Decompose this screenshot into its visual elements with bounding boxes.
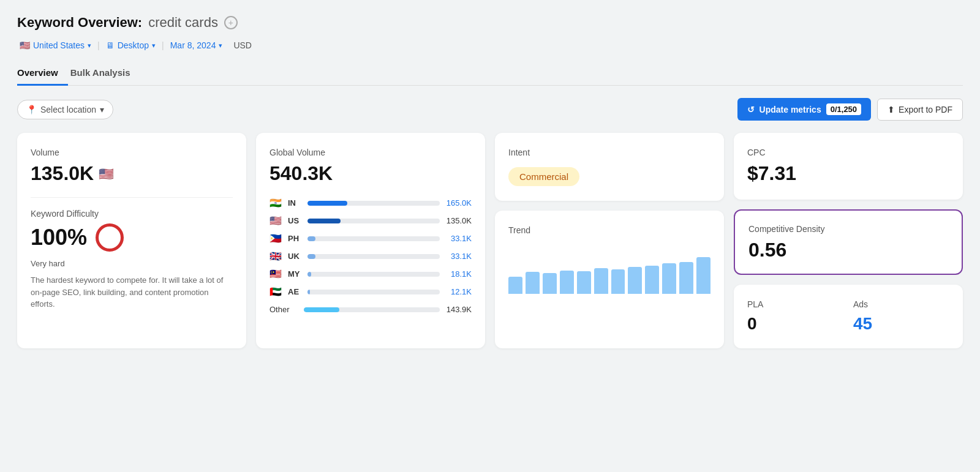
- refresh-icon: ↺: [747, 105, 755, 114]
- country-code-my: MY: [288, 269, 303, 279]
- trend-bar-10: [662, 263, 676, 294]
- us-flag-icon: 🇺🇸: [99, 167, 114, 181]
- bar-track-my: [307, 272, 440, 277]
- kd-value: 100%: [31, 225, 87, 250]
- kd-section: Keyword Difficulty 100% Very hard The ha…: [31, 209, 233, 310]
- trend-bar-6: [594, 268, 608, 294]
- country-row-ae: 🇦🇪 AE 12.1K: [270, 286, 472, 298]
- device-label: Desktop: [118, 40, 149, 50]
- export-label: Export to PDF: [899, 105, 952, 114]
- ads-label: Ads: [853, 299, 949, 309]
- page-title-keyword: credit cards: [148, 15, 218, 31]
- pla-ads-row: PLA 0 Ads 45: [747, 299, 949, 334]
- volume-value: 135.0K 🇺🇸: [31, 162, 233, 185]
- other-label: Other: [270, 305, 299, 314]
- bar-track-other: [304, 307, 440, 312]
- chevron-down-icon: ▾: [88, 42, 91, 50]
- date-filter[interactable]: Mar 8, 2024 ▾: [168, 39, 225, 51]
- us-flag-icon: 🇺🇸: [270, 215, 283, 227]
- country-row-other: Other 143.9K: [270, 305, 472, 314]
- device-filter[interactable]: 🖥 Desktop ▾: [104, 39, 158, 51]
- chevron-down-icon: ▾: [152, 42, 156, 50]
- vol-us: 135.0K: [445, 216, 472, 225]
- competitive-density-card: Competitive Density 0.56: [734, 209, 963, 275]
- bar-fill-us: [307, 219, 341, 223]
- trend-chart: [508, 245, 710, 294]
- kd-difficulty-circle: [96, 223, 124, 252]
- volume-card: Volume 135.0K 🇺🇸 Keyword Difficulty 100%…: [17, 133, 246, 348]
- bar-track-ae: [307, 290, 440, 294]
- vol-uk: 33.1K: [445, 252, 472, 261]
- country-filter[interactable]: 🇺🇸 United States ▾: [17, 39, 94, 51]
- vol-ph: 33.1K: [445, 234, 472, 243]
- trend-bar-11: [679, 262, 693, 294]
- divider: |: [97, 40, 100, 50]
- location-placeholder: Select location: [40, 105, 96, 114]
- toolbar-right: ↺ Update metrics 0/1,250 ⬆ Export to PDF: [737, 98, 963, 121]
- comp-density-value: 0.56: [748, 239, 948, 261]
- trend-bar-5: [577, 271, 591, 294]
- update-counter-badge: 0/1,250: [826, 103, 861, 115]
- uk-flag-icon: 🇬🇧: [270, 250, 283, 262]
- tab-overview[interactable]: Overview: [17, 62, 68, 86]
- upload-icon: ⬆: [888, 105, 895, 114]
- country-code-us: US: [288, 216, 303, 225]
- vol-in: 165.0K: [445, 198, 472, 208]
- global-volume-card: Global Volume 540.3K 🇮🇳 IN 165.0K 🇺🇸 US …: [256, 133, 485, 348]
- divider: |: [162, 40, 164, 50]
- trend-bar-8: [628, 267, 642, 294]
- update-metrics-button[interactable]: ↺ Update metrics 0/1,250: [737, 98, 872, 121]
- kd-row: 100%: [31, 223, 233, 252]
- country-code-ae: AE: [288, 287, 303, 296]
- global-volume-value: 540.3K: [270, 162, 472, 185]
- desktop-icon: 🖥: [106, 40, 115, 50]
- intent-card: Intent Commercial: [495, 133, 724, 201]
- country-code-uk: UK: [288, 252, 303, 261]
- comp-density-label: Competitive Density: [748, 224, 948, 234]
- bar-fill-my: [307, 272, 311, 277]
- volume-label: Volume: [31, 148, 233, 157]
- trend-bar-1: [508, 277, 522, 294]
- trend-bar-3: [543, 273, 557, 294]
- bar-fill-other: [304, 307, 339, 312]
- my-flag-icon: 🇲🇾: [270, 268, 283, 280]
- country-row-in: 🇮🇳 IN 165.0K: [270, 197, 472, 209]
- pla-value: 0: [747, 314, 843, 334]
- add-keyword-icon[interactable]: +: [224, 16, 238, 29]
- vol-my: 18.1K: [445, 269, 472, 279]
- intent-label: Intent: [508, 148, 710, 157]
- global-volume-label: Global Volume: [270, 148, 472, 157]
- ads-value: 45: [853, 314, 949, 334]
- location-select-button[interactable]: 📍 Select location ▾: [17, 100, 113, 119]
- divider-line: [31, 197, 233, 198]
- tabs-row: Overview Bulk Analysis: [17, 62, 963, 86]
- tab-bulk-analysis[interactable]: Bulk Analysis: [68, 62, 140, 86]
- vol-ae: 12.1K: [445, 287, 472, 296]
- bar-track-in: [307, 201, 440, 206]
- cpc-label: CPC: [747, 148, 949, 157]
- ae-flag-icon: 🇦🇪: [270, 286, 283, 298]
- trend-bar-12: [696, 257, 710, 294]
- country-row-my: 🇲🇾 MY 18.1K: [270, 268, 472, 280]
- trend-bar-9: [645, 266, 659, 294]
- intent-badge: Commercial: [508, 167, 579, 186]
- location-pin-icon: 📍: [26, 105, 37, 114]
- country-row-us: 🇺🇸 US 135.0K: [270, 215, 472, 227]
- toolbar-row: 📍 Select location ▾ ↺ Update metrics 0/1…: [17, 98, 963, 121]
- currency-label: USD: [233, 40, 252, 50]
- page-header: Keyword Overview: credit cards +: [17, 15, 963, 31]
- cards-grid: Volume 135.0K 🇺🇸 Keyword Difficulty 100%…: [17, 133, 963, 348]
- vol-other: 143.9K: [445, 305, 472, 314]
- right-col: CPC $7.31 Competitive Density 0.56 PLA 0…: [734, 133, 963, 348]
- export-pdf-button[interactable]: ⬆ Export to PDF: [877, 99, 963, 121]
- country-code-in: IN: [288, 198, 303, 208]
- bar-fill-uk: [307, 254, 315, 259]
- kd-description: The hardest keyword to compete for. It w…: [31, 274, 233, 310]
- ph-flag-icon: 🇵🇭: [270, 233, 283, 244]
- pla-label: PLA: [747, 299, 843, 309]
- country-row-uk: 🇬🇧 UK 33.1K: [270, 250, 472, 262]
- bar-track-us: [307, 219, 440, 223]
- date-label: Mar 8, 2024: [170, 40, 216, 50]
- trend-bar-4: [560, 271, 574, 294]
- cpc-card: CPC $7.31: [734, 133, 963, 200]
